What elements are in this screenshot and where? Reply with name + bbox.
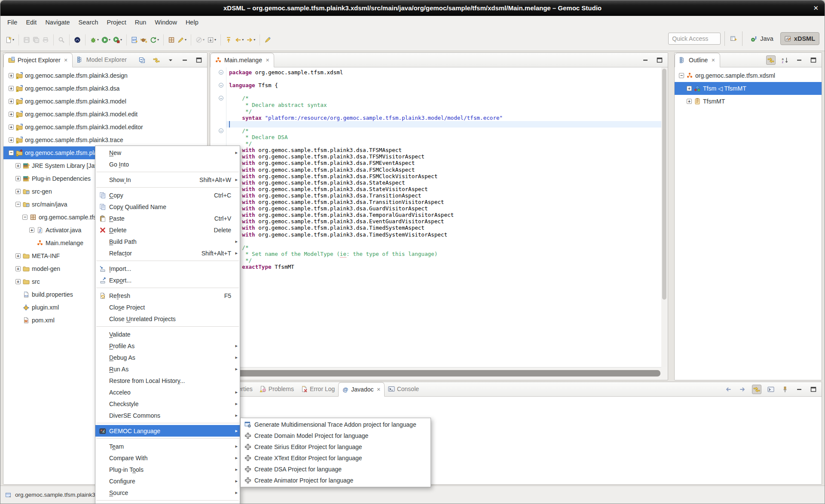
menu-search[interactable]: Search [74, 16, 103, 29]
context-menu-item-debug-as[interactable]: Debug As▸ [95, 352, 240, 363]
submenu-item[interactable]: Generate Multidimensional Trace Addon pr… [241, 419, 431, 430]
dropdown-arrow-icon[interactable]: ▾ [214, 38, 216, 42]
link-with-editor-button[interactable] [752, 385, 761, 394]
tree-row[interactable]: +org.gemoc.sample.tfsm.plaink3.trace [3, 134, 207, 146]
context-menu-item-show-in[interactable]: Show InShift+Alt+W▸ [95, 174, 240, 185]
tab-project-explorer[interactable]: Project Explorer ✕ [3, 53, 73, 67]
new-plugin-project-button[interactable]: GT [130, 34, 139, 46]
context-menu-item-delete[interactable]: DeleteDelete [95, 224, 240, 236]
menu-navigate[interactable]: Navigate [41, 16, 74, 29]
context-menu-item-validate[interactable]: Validate [95, 328, 240, 340]
dropdown-arrow-icon[interactable]: ▾ [12, 38, 14, 42]
open-console-button[interactable] [766, 385, 776, 394]
submenu-item[interactable]: Create Domain Model Project for language [241, 430, 431, 441]
context-menu-item-source[interactable]: Source▸ [95, 487, 240, 498]
close-editor-icon[interactable]: ✕ [266, 58, 269, 63]
editor-vertical-scrollbar[interactable] [661, 67, 667, 367]
view-menu-button[interactable] [166, 55, 175, 65]
forward-button[interactable] [738, 385, 747, 394]
expand-icon[interactable]: + [9, 112, 14, 117]
dropdown-arrow-icon[interactable]: ▾ [203, 38, 205, 42]
context-menu-item-close-project[interactable]: Close Project [95, 301, 240, 313]
menu-help[interactable]: Help [181, 16, 203, 29]
collapse-all-button[interactable] [138, 55, 147, 65]
last-edit-location-button[interactable] [224, 34, 233, 46]
context-menu-item-gemoc-language[interactable]: GEMOC Language▸ [95, 425, 240, 437]
context-menu-item-new[interactable]: New▸ [95, 147, 240, 158]
expand-icon[interactable]: + [9, 137, 14, 143]
context-menu-item-build-path[interactable]: Build Path▸ [95, 236, 240, 247]
open-perspective-button[interactable] [729, 34, 738, 43]
tree-row[interactable]: +org.gemoc.sample.tfsm.plaink3.dsa [3, 82, 207, 95]
marker-button[interactable] [263, 34, 272, 46]
tab-main-melange[interactable]: Main.melange ✕ [210, 53, 274, 67]
tree-row[interactable]: +org.gemoc.sample.tfsm.plaink3.model.edi… [3, 108, 207, 121]
title-bar[interactable]: xDSML – org.gemoc.sample.tfsm.plaink3.xd… [0, 0, 825, 16]
window-close-button[interactable]: ✕ [813, 0, 819, 16]
context-menu-item-go-into[interactable]: Go Into [95, 158, 240, 170]
context-menu-item-refresh[interactable]: RefreshF5 [95, 290, 240, 301]
code-area[interactable]: −package org.gemoc.sample.tfsm.xdsml−lan… [211, 67, 661, 367]
minimize-button[interactable] [641, 55, 650, 65]
tab-error-log[interactable]: Error Log [297, 382, 338, 396]
close-view-icon[interactable]: ✕ [711, 58, 715, 63]
minimize-button[interactable] [794, 55, 804, 65]
dropdown-arrow-icon[interactable]: ▾ [109, 38, 110, 42]
maximize-button[interactable] [809, 385, 818, 394]
scrollbar-thumb[interactable] [662, 69, 666, 300]
pin-button[interactable] [780, 385, 790, 394]
collapse-icon[interactable]: − [9, 150, 14, 155]
collapse-icon[interactable]: − [22, 215, 28, 220]
expand-icon[interactable]: + [9, 99, 14, 104]
tree-row[interactable]: −org.gemoc.sample.tfsm.xdsml [675, 69, 822, 82]
expand-icon[interactable]: + [15, 253, 21, 258]
new-wizard-button[interactable]: ▾ [4, 34, 15, 46]
context-menu-item-acceleo[interactable]: Acceleo▸ [95, 386, 240, 398]
tree-row[interactable]: +org.gemoc.sample.tfsm.plaink3.model [3, 95, 207, 108]
submenu-item[interactable]: Create DSA Project for language [241, 464, 431, 475]
search-button[interactable] [57, 34, 66, 46]
context-menu-item-team[interactable]: Team▸ [95, 440, 240, 452]
context-menu-item-run-as[interactable]: Run As▸ [95, 363, 240, 375]
context-menu-item-export[interactable]: Export... [95, 274, 240, 286]
collapse-icon[interactable]: − [679, 73, 684, 78]
fold-collapse-icon[interactable]: − [219, 70, 223, 75]
dropdown-arrow-icon[interactable]: ▾ [157, 38, 159, 42]
minimize-button[interactable] [180, 55, 189, 65]
back-button[interactable] [724, 385, 733, 394]
context-menu-item-paste[interactable]: PasteCtrl+V [95, 213, 240, 224]
synchronize-button[interactable]: ▾ [149, 34, 160, 46]
fold-collapse-icon[interactable]: − [219, 96, 223, 100]
context-menu-item-restore-from-local-history[interactable]: Restore from Local History... [95, 375, 240, 386]
dropdown-arrow-icon[interactable]: ▾ [97, 38, 99, 42]
submenu-item[interactable]: Create Animator Project for language [241, 475, 431, 486]
menu-file[interactable]: File [3, 16, 21, 29]
context-menu-item-close-unrelated-projects[interactable]: Close Unrelated Projects [95, 313, 240, 325]
acceleo-button[interactable] [73, 34, 82, 46]
collapse-icon[interactable]: − [15, 202, 21, 207]
dropdown-arrow-icon[interactable]: ▾ [242, 38, 244, 42]
tree-row[interactable]: +org.gemoc.sample.tfsm.plaink3.model.edi… [3, 121, 207, 134]
maximize-button[interactable] [194, 55, 204, 65]
menu-window[interactable]: Window [150, 16, 181, 29]
open-type-button[interactable] [167, 34, 176, 46]
expand-icon[interactable]: + [15, 266, 21, 271]
expand-icon[interactable]: + [9, 124, 14, 130]
save-button[interactable] [22, 34, 31, 46]
link-with-editor-button[interactable] [152, 55, 161, 65]
sort-button[interactable]: az [780, 55, 790, 65]
maximize-button[interactable] [809, 55, 818, 65]
context-menu-item-import[interactable]: Import... [95, 263, 240, 274]
menu-edit[interactable]: Edit [21, 16, 41, 29]
tab-outline[interactable]: Outline ✕ [675, 53, 720, 67]
tree-row[interactable]: +Tfsm ◁ TfsmMT [675, 82, 822, 95]
submenu-item[interactable]: Create Sirius Editor Project for languag… [241, 441, 431, 452]
context-menu-item-refactor[interactable]: RefactorShift+Alt+T▸ [95, 247, 240, 259]
context-menu-item-copy-qualified-name[interactable]: Copy Qualified Name [95, 201, 240, 213]
close-view-icon[interactable]: ✕ [64, 58, 68, 63]
expand-icon[interactable]: + [15, 189, 21, 194]
run-button[interactable]: ▾ [100, 34, 112, 46]
expand-icon[interactable]: + [9, 86, 14, 91]
context-menu-item-properties[interactable]: PropertiesAlt+Enter [95, 502, 240, 504]
forward-toolbar-button[interactable]: ▾ [245, 34, 257, 46]
